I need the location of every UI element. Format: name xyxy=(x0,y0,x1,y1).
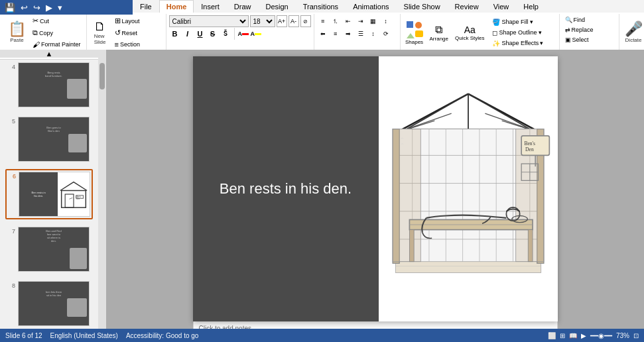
convert-smartart-button[interactable]: ⟳ xyxy=(380,28,392,40)
highlight-color-button[interactable]: A xyxy=(250,28,262,40)
italic-button[interactable]: I xyxy=(182,28,194,40)
tab-view[interactable]: View xyxy=(486,0,517,13)
new-slide-button[interactable]: 🗋 NewSlide xyxy=(90,19,111,47)
font-size-select[interactable]: 18 xyxy=(250,15,275,27)
slide-thumb-8[interactable]: 8 ben lets themsit in his den xyxy=(5,279,93,328)
tab-review[interactable]: Review xyxy=(448,0,486,13)
shape-effects-dropdown[interactable]: ▾ xyxy=(540,40,543,46)
select-button[interactable]: ▣ Select xyxy=(562,35,592,44)
shape-fill-dropdown[interactable]: ▾ xyxy=(530,19,533,25)
slides-group-content: 🗋 NewSlide ⊞ Layout ↺ Reset ≡ xyxy=(90,15,163,50)
text-columns-button[interactable]: ▦ xyxy=(367,15,379,27)
font-size-decrease-button[interactable]: A- xyxy=(289,15,299,27)
shape-outline-dropdown[interactable]: ▾ xyxy=(539,29,542,36)
shapes-gallery[interactable]: Shapes xyxy=(403,18,426,47)
section-button[interactable]: ≡ Section xyxy=(112,39,143,50)
edit-group-content: 🔍 Find ⇄ Replace ▣ Select xyxy=(562,15,616,50)
tab-transitions[interactable]: Transitions xyxy=(296,0,346,13)
bullets-button[interactable]: ≡ xyxy=(317,15,329,27)
reading-view-button[interactable]: 📖 xyxy=(569,332,577,339)
increase-indent-button[interactable]: ⇥ xyxy=(355,15,367,27)
bold-button[interactable]: B xyxy=(169,28,181,40)
voice-group-content: 🎤 Dictate xyxy=(622,15,644,50)
slide-img-7: Ben and Redhen want tosit where isden. xyxy=(18,227,90,272)
shape-fill-label: Shape Fill xyxy=(501,19,528,25)
underline-button[interactable]: U xyxy=(194,28,206,40)
layout-button[interactable]: ⊞ Layout xyxy=(112,15,143,27)
slides-small-buttons: ⊞ Layout ↺ Reset ≡ Section xyxy=(112,15,143,50)
svg-rect-45 xyxy=(528,230,533,262)
numbering-button[interactable]: ⒈ xyxy=(330,15,342,27)
save-button[interactable]: 💾 xyxy=(3,2,17,13)
normal-view-button[interactable]: ⬜ xyxy=(548,332,556,339)
line-spacing-button[interactable]: ↕ xyxy=(367,28,379,40)
qat-dropdown[interactable]: ▾ xyxy=(56,2,64,13)
tab-design[interactable]: Design xyxy=(258,0,295,13)
tab-animations[interactable]: Animations xyxy=(346,0,396,13)
status-left: Slide 6 of 12 English (United States) Ac… xyxy=(5,332,198,339)
clipboard-small-buttons: ✂ Cut ⧉ Copy 🖌 Format Painter xyxy=(30,15,84,50)
decrease-indent-button[interactable]: ⇤ xyxy=(342,15,354,27)
shape-format-buttons: 🪣 Shape Fill ▾ ◻ Shape Outline ▾ ✨ Shape… xyxy=(488,16,547,50)
cut-button[interactable]: ✂ Cut xyxy=(30,15,84,27)
slide-num-6: 6 xyxy=(8,172,16,180)
slide6-text: Ben rests inhis den. xyxy=(32,191,46,198)
format-painter-button[interactable]: 🖌 Format Painter xyxy=(30,39,84,50)
new-slide-icon: 🗋 xyxy=(94,21,106,32)
language-status: English (United States) xyxy=(50,332,118,339)
slide-thumb-6[interactable]: 6 Ben rests inhis den. xyxy=(5,169,93,219)
svg-line-16 xyxy=(407,94,468,129)
present-button[interactable]: ▶ xyxy=(44,2,54,13)
clear-format-button[interactable]: ⊘ xyxy=(300,15,311,27)
quick-styles-button[interactable]: Aa Quick Styles xyxy=(452,23,487,43)
tab-insert[interactable]: Insert xyxy=(194,0,227,13)
undo-button[interactable]: ↩ xyxy=(19,2,30,13)
justify-button[interactable]: ☰ xyxy=(355,28,367,40)
arrange-button[interactable]: ⧉ Arrange xyxy=(427,22,451,44)
font-family-select[interactable]: Calibri xyxy=(169,15,249,27)
tab-file[interactable]: File xyxy=(133,0,159,13)
find-button[interactable]: 🔍 Find xyxy=(562,15,588,25)
slide-sorter-button[interactable]: ⊞ xyxy=(560,332,565,339)
slide-text-area[interactable]: Ben rests in his den. xyxy=(193,56,379,321)
dictate-button[interactable]: 🎤 Dictate xyxy=(622,20,644,45)
tab-help[interactable]: Help xyxy=(516,0,546,13)
shape-fill-icon: 🪣 xyxy=(492,19,500,26)
align-right-button[interactable]: ➡ xyxy=(342,28,354,40)
fit-slide-button[interactable]: ⊡ xyxy=(633,332,639,339)
slide-scrollbar[interactable] xyxy=(98,50,106,329)
tab-home[interactable]: Home xyxy=(159,0,194,13)
zoom-slider[interactable]: ━━◉━━ xyxy=(590,332,612,339)
cut-label: Cut xyxy=(40,18,49,25)
tab-draw[interactable]: Draw xyxy=(227,0,259,13)
paste-button[interactable]: 📋 Paste xyxy=(5,20,29,45)
slide-panel-wrapper: ▲ 4 Beng restsband furniture. 5 xyxy=(0,50,106,329)
tab-slideshow[interactable]: Slide Show xyxy=(397,0,448,13)
slide-canvas[interactable]: Ben rests in his den. xyxy=(193,56,558,321)
shape-fill-button[interactable]: 🪣 Shape Fill ▾ xyxy=(489,17,546,27)
slide-thumb-5[interactable]: 5 Ben goes toBen's den xyxy=(5,115,93,164)
reset-label: Reset xyxy=(122,30,138,36)
layout-label: Layout xyxy=(122,18,140,25)
presenter-view-button[interactable]: ▶ xyxy=(581,332,586,339)
font-color-button[interactable]: A xyxy=(237,28,249,40)
align-left-button[interactable]: ⬅ xyxy=(317,28,329,40)
main-content: Ben rests in his den. xyxy=(106,50,644,329)
align-center-button[interactable]: ≡ xyxy=(330,28,342,40)
slide-thumb-4[interactable]: 4 Beng restsband furniture. xyxy=(5,60,93,109)
notes-bar[interactable]: Click to add notes xyxy=(193,321,558,329)
slide-image-area[interactable]: Ben's Den xyxy=(379,56,558,321)
font-size-increase-button[interactable]: A+ xyxy=(277,15,287,27)
strikethrough-button[interactable]: S xyxy=(207,28,219,40)
shape-outline-button[interactable]: ◻ Shape Outline ▾ xyxy=(489,28,546,38)
shadow-button[interactable]: S̈ xyxy=(220,28,231,40)
shape-effects-button[interactable]: ✨ Shape Effects ▾ xyxy=(489,38,546,48)
format-divider xyxy=(234,28,235,40)
reset-button[interactable]: ↺ Reset xyxy=(112,27,143,38)
copy-button[interactable]: ⧉ Copy xyxy=(30,27,84,38)
text-direction-button[interactable]: ↕ xyxy=(380,15,392,27)
slide-thumb-7[interactable]: 7 Ben and Redhen want tosit where isden. xyxy=(5,225,93,274)
scroll-up-button[interactable]: ▲ xyxy=(0,50,98,58)
replace-button[interactable]: ⇄ Replace xyxy=(562,25,596,34)
redo-button[interactable]: ↪ xyxy=(31,2,42,13)
